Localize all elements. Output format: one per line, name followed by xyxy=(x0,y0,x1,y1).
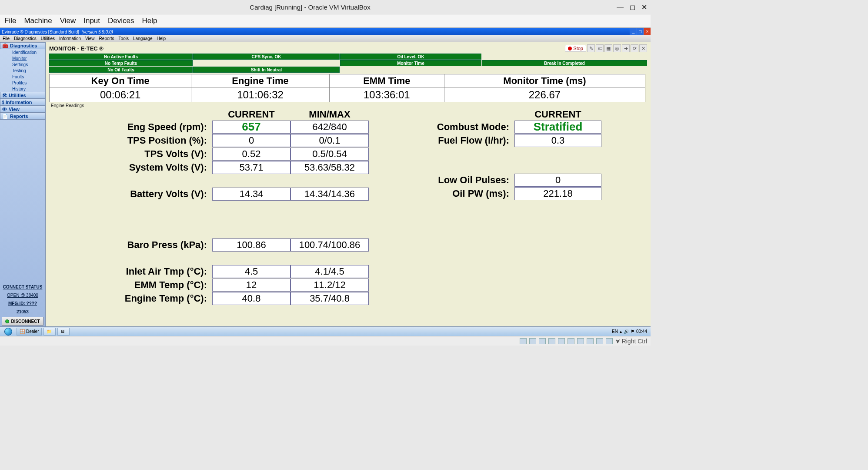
reading-label: TPS Position (%): xyxy=(49,135,212,146)
reading-label: Baro Press (kPa): xyxy=(49,239,212,251)
tray-clock[interactable]: 00:44 xyxy=(636,329,647,334)
sidebar-item-settings[interactable]: Settings xyxy=(0,61,45,67)
guest-close-button[interactable]: × xyxy=(644,28,651,35)
sidebar-header-information[interactable]: ℹ Information xyxy=(0,99,45,106)
taskbar-app-dealer[interactable]: 🪟 Dealer xyxy=(17,328,42,336)
reading-row: Combust Mode:Stratified xyxy=(414,120,647,134)
toolbar-icon-1[interactable]: ✎ xyxy=(587,44,595,52)
virtualbox-statusbar: ⮟Right Ctrl xyxy=(0,336,651,346)
vb-status-icon-5[interactable] xyxy=(558,338,565,344)
vb-menu-file[interactable]: File xyxy=(4,17,16,25)
reading-current: 4.5 xyxy=(212,265,290,278)
sidebar-item-monitor[interactable]: Monitor xyxy=(0,55,45,61)
guest-menu-diagnostics[interactable]: Diagnostics xyxy=(14,36,37,41)
guest-menu-reports[interactable]: Reports xyxy=(99,36,114,41)
toolbar-icon-2[interactable]: 🏷 xyxy=(596,44,604,52)
sidebar-item-testing[interactable]: Testing xyxy=(0,67,45,74)
stop-button[interactable]: Stop xyxy=(565,45,586,52)
vb-status-icon-7[interactable] xyxy=(577,338,584,344)
reading-minmax: 11.2/12 xyxy=(290,279,369,292)
reading-label: Engine Temp (°C): xyxy=(49,293,212,304)
guest-menu-file[interactable]: File xyxy=(3,36,10,41)
vb-status-icon-2[interactable] xyxy=(529,338,536,344)
vb-status-icon-8[interactable] xyxy=(587,338,594,344)
tray-icon-2[interactable]: 🔊 xyxy=(624,329,629,334)
sidebar-item-faults[interactable]: Faults xyxy=(0,74,45,80)
toolbar-icon-6[interactable]: ⟳ xyxy=(631,44,638,52)
reading-current: 657 xyxy=(212,121,290,134)
vb-menu-view[interactable]: View xyxy=(60,17,76,25)
taskbar-app-3[interactable]: 🖥 xyxy=(57,328,70,336)
vb-status-icon-3[interactable] xyxy=(539,338,546,344)
status-cell: No Active Faults xyxy=(49,54,193,60)
toolbar-icon-4[interactable]: ◎ xyxy=(613,44,621,52)
disconnect-button[interactable]: DISCONNECT xyxy=(2,317,43,326)
sidebar-header-diagnostics[interactable]: 🧰 Diagnostics xyxy=(0,42,45,49)
guest-menu-help[interactable]: Help xyxy=(157,36,166,41)
toolbar-icon-3[interactable]: ▦ xyxy=(604,44,612,52)
monitor-icon xyxy=(6,56,10,60)
profiles-icon xyxy=(6,81,10,85)
guest-menu-language[interactable]: Language xyxy=(133,36,153,41)
close-button[interactable]: ✕ xyxy=(641,3,647,11)
status-cell xyxy=(193,60,340,66)
tray-icon-3[interactable]: ⚑ xyxy=(631,329,634,334)
vb-menu-help[interactable]: Help xyxy=(142,17,157,25)
utilities-icon: 🛠 xyxy=(2,93,7,98)
start-button[interactable] xyxy=(2,327,15,336)
maximize-button[interactable]: ◻ xyxy=(630,3,635,11)
sidebar-header-reports[interactable]: 📄 Reports xyxy=(0,113,45,120)
reading-minmax: 4.1/4.5 xyxy=(290,265,369,278)
vb-status-icon-9[interactable] xyxy=(596,338,603,344)
guest-menu-tools[interactable]: Tools xyxy=(119,36,129,41)
guest-menu-information[interactable]: Information xyxy=(59,36,81,41)
toolbar-icon-7[interactable]: ✕ xyxy=(639,44,647,52)
reading-current: 53.71 xyxy=(212,161,290,174)
virtualbox-titlebar: Cardiag [Running] - Oracle VM VirtualBox… xyxy=(0,0,651,14)
time-value-emm: 103:36:01 xyxy=(329,87,444,102)
time-value-keyon: 00:06:21 xyxy=(50,87,191,102)
stop-icon xyxy=(568,47,572,50)
reading-label: Combust Mode: xyxy=(414,121,514,133)
tray-icon-1[interactable]: ▴ xyxy=(620,329,622,334)
sidebar-header-view[interactable]: 👁 View xyxy=(0,106,45,113)
vb-menu-machine[interactable]: Machine xyxy=(24,17,52,25)
vb-host-key: ⮟Right Ctrl xyxy=(615,338,647,345)
guest-menu-view[interactable]: View xyxy=(85,36,95,41)
taskbar-app-explorer[interactable]: 📁 xyxy=(43,328,56,336)
sidebar-item-profiles[interactable]: Profiles xyxy=(0,80,45,86)
sidebar-item-identification[interactable]: Identification xyxy=(0,49,45,55)
sidebar-header-utilities[interactable]: 🛠 Utilities xyxy=(0,92,45,99)
vb-status-icon-10[interactable] xyxy=(606,338,613,344)
status-cell: Oil Level, OK xyxy=(340,54,481,60)
guest-minimize-button[interactable]: _ xyxy=(630,28,637,35)
reading-minmax: 35.7/40.8 xyxy=(290,292,369,305)
guest-menu-utilities[interactable]: Utilities xyxy=(41,36,55,41)
status-cell: No Oil Faults xyxy=(49,67,193,73)
reading-current: 221.18 xyxy=(514,187,601,200)
guest-app-titlebar: Evinrude ® Diagnostics [Standard Build] … xyxy=(0,28,651,35)
vb-status-icon-4[interactable] xyxy=(548,338,555,344)
reading-row: EMM Temp (°C):1211.2/12 xyxy=(49,278,397,292)
reading-label: Eng Speed (rpm): xyxy=(49,121,212,133)
reading-row: Eng Speed (rpm):657642/840 xyxy=(49,120,397,134)
guest-maximize-button[interactable]: □ xyxy=(637,28,644,35)
minimize-button[interactable]: — xyxy=(617,3,624,11)
windows-start-icon xyxy=(4,328,12,336)
sidebar: 🧰 Diagnostics Identification Monitor Set… xyxy=(0,42,46,326)
page-title: MONITOR - E-TEC ® xyxy=(49,45,103,52)
disconnect-status-dot-icon xyxy=(5,319,9,323)
toolbar-icon-5[interactable]: ➜ xyxy=(622,44,630,52)
vb-menu-devices[interactable]: Devices xyxy=(108,17,134,25)
tray-lang[interactable]: EN xyxy=(612,329,618,334)
time-value-engine: 101:06:32 xyxy=(191,87,329,102)
reading-row: TPS Position (%):00/0.1 xyxy=(49,134,397,147)
vb-menu-input[interactable]: Input xyxy=(83,17,100,25)
status-cell xyxy=(482,54,647,60)
sidebar-item-history[interactable]: History xyxy=(0,86,45,92)
vb-status-icon-6[interactable] xyxy=(568,338,574,344)
virtualbox-menubar: File Machine View Input Devices Help xyxy=(0,14,651,28)
vb-status-icon-1[interactable] xyxy=(520,338,527,344)
information-icon: ℹ xyxy=(2,100,4,105)
readings-left-column: CURRENT MIN/MAX Eng Speed (rpm):657642/8… xyxy=(49,109,397,305)
